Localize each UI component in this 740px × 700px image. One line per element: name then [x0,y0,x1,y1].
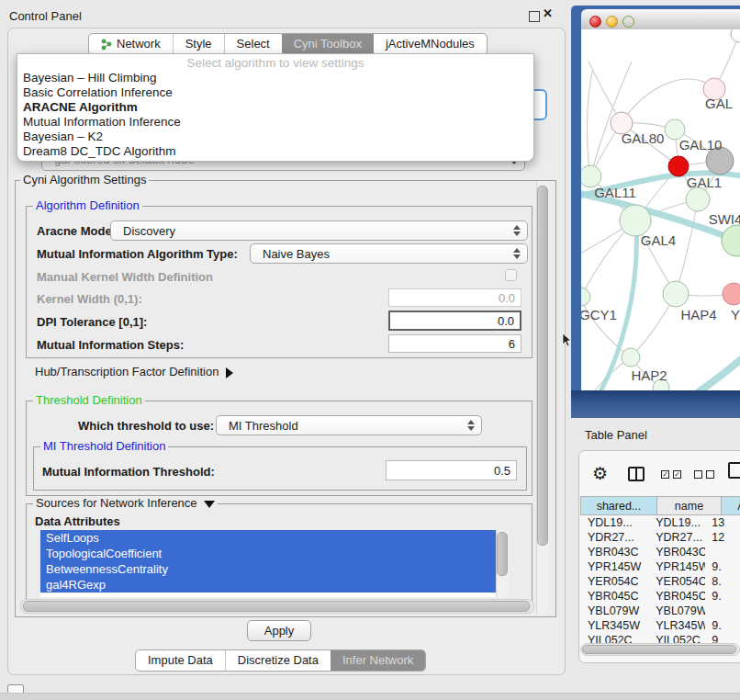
tab-select[interactable]: Select [224,34,282,54]
mi-threshold-field[interactable]: 0.5 [386,460,517,480]
float-panel-icon[interactable] [529,11,540,22]
bottom-strip [0,693,740,700]
attribute-item-betweennesscentrality[interactable]: BetweennessCentrality [40,561,496,577]
network-node[interactable] [581,288,590,306]
table-cell: YER054C [580,574,648,589]
table-cell: 12 [705,530,738,545]
sources-title[interactable]: Sources for Network Inference [33,497,218,510]
table-row[interactable]: YIL052CYIL052C9 [580,633,738,643]
network-node[interactable] [663,281,689,307]
table-row[interactable]: YBR045CYBR045C9. [580,589,738,604]
network-edge[interactable] [587,71,592,176]
apply-button[interactable]: Apply [247,620,311,641]
algorithm-item-basic-correlation-inference[interactable]: Basic Correlation Inference [17,85,533,100]
table-cell: YDR27... [580,530,648,545]
column-header-clipped[interactable]: A [722,496,740,515]
table-panel-title: Table Panel [585,428,647,442]
mi-type-label: Mutual Information Algorithm Type: [37,247,238,261]
network-node[interactable] [731,29,740,42]
close-window-icon[interactable] [589,16,601,28]
network-edge[interactable] [622,79,714,123]
table-row[interactable]: YDL19...YDL19...13 [580,515,738,530]
which-threshold-value: MI Threshold [229,419,298,433]
close-panel-icon[interactable]: ✕ [543,6,553,20]
which-threshold-label: Which threshold to use: [78,419,214,433]
table-row[interactable]: YLR345WYLR345W9. [580,618,738,633]
network-node[interactable] [668,156,689,176]
tab-jactivemnodules[interactable]: jActiveMNodules [374,34,487,54]
list-vscrollbar-thumb[interactable] [497,532,508,576]
algorithm-item-bayesian-k2[interactable]: Bayesian – K2 [17,130,533,144]
table-row[interactable]: YDR27...YDR27...12 [580,530,738,545]
node-label: GCY1 [581,307,617,322]
table-cell: 9. [705,618,738,633]
column-header-shared-name[interactable]: shared... [580,496,657,515]
attribute-item-topologicalcoefficient[interactable]: TopologicalCoefficient [40,546,496,561]
spinner-arrows-icon [513,225,521,236]
kernel-width-value: 0.0 [499,291,515,305]
network-edge-highlighted[interactable] [697,356,740,390]
minimize-window-icon[interactable] [606,16,618,28]
hub-section-toggle[interactable]: Hub/Transcription Factor Definition [35,365,233,378]
network-canvas[interactable]: GALGAL80GAL10GAL1SWI4GAL11GAL4GCY1HAP4YH… [581,29,740,390]
tab-infer-network[interactable]: Infer Network [331,650,425,671]
which-threshold-combo[interactable]: MI Threshold [216,415,482,435]
node-label: GAL4 [641,232,676,248]
mi-type-combo[interactable]: Naive Bayes [250,243,528,264]
settings-vscrollbar-thumb[interactable] [537,186,548,546]
table-row[interactable]: YER054CYER054C8. [580,574,738,589]
node-label: GAL10 [679,137,723,152]
zoom-window-icon[interactable] [622,16,634,28]
dpi-tolerance-label: DPI Tolerance [0,1]: [37,315,147,329]
column-header-name[interactable]: name [657,496,722,515]
checked-columns-icon[interactable]: ✓✓ [661,470,681,479]
table-cell: YBL079W [648,604,705,618]
mi-type-value: Naive Bayes [263,247,330,261]
data-attributes-list[interactable]: SelfLoopsTopologicalCoefficientBetweenne… [40,530,496,597]
network-edge[interactable] [676,199,698,294]
tab-discretize-data[interactable]: Discretize Data [225,650,331,671]
manual-kernel-checkbox[interactable] [505,269,517,281]
attribute-item-gal4rgexp[interactable]: gal4RGexp [40,577,496,593]
tab-impute-data[interactable]: Impute Data [136,650,225,671]
network-node[interactable] [723,283,740,305]
unchecked-columns-icon[interactable] [694,470,714,479]
algorithm-item-bayesian-hill-climbing[interactable]: Bayesian – Hill Climbing [17,71,533,85]
table-cell: YPR145W [648,559,705,574]
network-frame-bottom [571,390,740,418]
split-view-icon[interactable] [628,467,645,481]
network-node[interactable] [622,348,640,367]
tab-network[interactable]: Network [89,34,173,54]
network-window-titlebar[interactable] [581,9,740,30]
algorithm-popup-placeholder: Select algorithm to view settings [17,56,533,71]
threshold-title: Threshold Definition [33,394,145,407]
algorithm-item-mutual-information-inference[interactable]: Mutual Information Inference [17,115,533,130]
table-row[interactable]: YBR043CYBR043C [580,545,738,559]
node-label: HAP4 [680,307,716,322]
gear-icon[interactable]: ⚙ [592,463,608,484]
attribute-item-selfloops[interactable]: SelfLoops [40,530,496,546]
dpi-tolerance-field[interactable]: 0.0 [388,310,521,331]
table-cell: YBR045C [648,589,705,604]
node-label: SWI4 [709,211,740,227]
hub-section-label: Hub/Transcription Factor Definition [35,365,219,378]
network-node[interactable] [722,225,740,256]
table-cell: YBR045C [580,589,648,604]
aracne-mode-combo[interactable]: Discovery [110,220,528,241]
table-body: YDL19...YDL19...13YDR27...YDR27...12YBR0… [580,515,738,643]
tab-style[interactable]: Style [173,34,224,54]
network-node[interactable] [686,187,710,211]
network-node[interactable] [620,205,651,236]
document-icon[interactable] [728,462,740,479]
algorithm-item-aracne-algorithm[interactable]: ARACNE Algorithm [17,100,533,115]
tab-cyni-toolbox[interactable]: Cyni Toolbox [282,34,374,54]
mi-steps-field[interactable]: 6 [388,334,521,353]
algorithm-item-dream8-dc-tdc-algorithm[interactable]: Dream8 DC_TDC Algorithm [17,144,533,159]
table-hscrollbar-thumb[interactable] [582,645,736,654]
aracne-mode-label: Aracne Mode: [37,224,116,238]
kernel-width-field[interactable]: 0.0 [388,288,521,307]
mi-steps-label: Mutual Information Steps: [37,338,184,352]
table-row[interactable]: YBL079WYBL079W [580,604,738,618]
settings-hscrollbar-thumb[interactable] [23,601,530,612]
table-row[interactable]: YPR145WYPR145W9. [580,559,738,574]
